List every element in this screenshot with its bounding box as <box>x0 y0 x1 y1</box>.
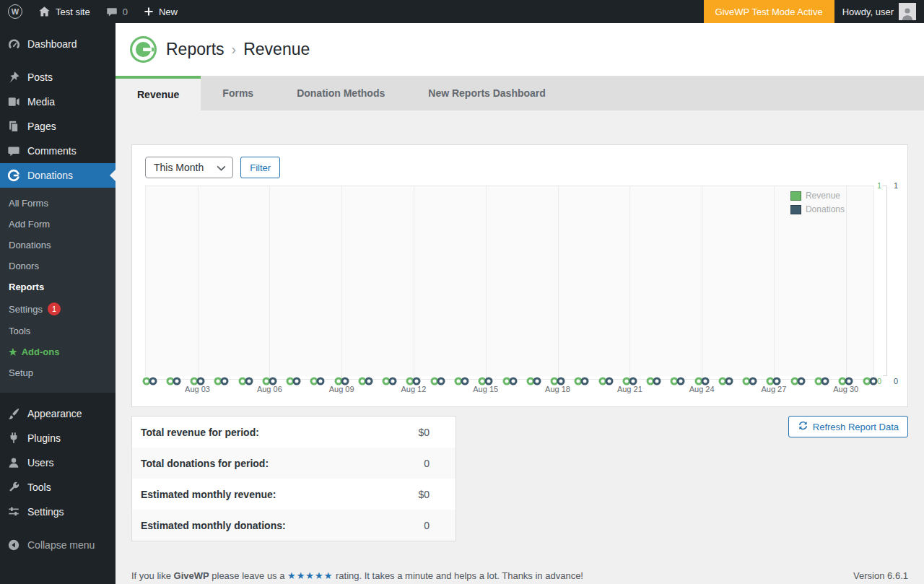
data-point-donations <box>365 378 372 385</box>
period-select[interactable]: This Month <box>145 157 233 178</box>
report-tabs: RevenueFormsDonation MethodsNew Reports … <box>116 76 924 110</box>
submenu-item-label: Add-ons <box>22 347 60 357</box>
submenu-item-all-forms[interactable]: All Forms <box>0 193 116 214</box>
sidebar-item-label: Plugins <box>27 432 61 444</box>
sidebar-separator <box>0 393 116 401</box>
revenue-chart: RevenueDonations Aug 03Aug 06Aug 09Aug 1… <box>145 186 899 401</box>
submenu-item-label: Donors <box>9 261 39 271</box>
wordpress-menu-button[interactable]: W <box>0 0 30 23</box>
sidebar-separator <box>0 56 116 65</box>
legend-label: Revenue <box>806 191 840 201</box>
submenu-item-label: All Forms <box>9 198 48 209</box>
summary-label: Total donations for period: <box>141 458 269 469</box>
data-point-donations <box>197 378 205 385</box>
data-point-donations <box>629 378 637 385</box>
chart-gridline <box>846 186 847 376</box>
data-point-donations <box>773 378 781 385</box>
x-axis-label: Aug 06 <box>257 385 282 393</box>
howdy-text: Howdy, user <box>842 6 894 17</box>
summary-value: 0 <box>424 520 430 531</box>
sidebar-item-plugins[interactable]: Plugins <box>0 426 116 450</box>
legend-swatch <box>790 205 801 214</box>
data-point-donations <box>461 378 468 385</box>
x-axis-label: Aug 24 <box>689 385 715 393</box>
x-axis-label: Aug 03 <box>185 385 210 393</box>
right-axis-max-label: 1 <box>894 180 898 191</box>
refresh-icon <box>798 420 808 433</box>
sidebar-item-label: Tools <box>27 481 51 493</box>
submenu-item-reports[interactable]: Reports <box>0 276 116 297</box>
rating-stars-link[interactable]: ★★★★★ <box>287 570 333 581</box>
sidebar-item-comments[interactable]: Comments <box>0 139 116 163</box>
sidebar-top-gap <box>0 23 116 32</box>
sidebar-separator <box>0 524 116 533</box>
tab-donation-methods[interactable]: Donation Methods <box>275 76 406 110</box>
chart-gridline <box>269 186 270 376</box>
data-point-donations <box>701 378 709 385</box>
admin-bar: W Test site 0 New GiveWP Test Mode Activ… <box>0 0 924 23</box>
data-point-donations <box>821 378 829 385</box>
comments-shortcut[interactable]: 0 <box>98 0 136 23</box>
sidebar-item-label: Posts <box>27 71 53 83</box>
submenu-item-donors[interactable]: Donors <box>0 256 116 276</box>
sidebar-item-media[interactable]: Media <box>0 90 116 114</box>
filter-row: This Month Filter <box>145 157 899 178</box>
submenu-item-setup[interactable]: Setup <box>0 362 116 383</box>
tab-revenue[interactable]: Revenue <box>116 76 201 110</box>
data-point-donations <box>845 378 853 385</box>
submenu-item-settings[interactable]: Settings1 <box>0 297 116 321</box>
pages-icon <box>6 119 21 134</box>
sidebar-menu: DashboardPostsMediaPagesCommentsDonation… <box>0 32 116 557</box>
chart-gridline <box>198 186 199 376</box>
comment-bubble-icon <box>106 6 118 17</box>
right-axis-line <box>886 186 887 376</box>
chart-gridline <box>486 186 487 376</box>
refresh-report-button[interactable]: Refresh Report Data <box>788 416 908 437</box>
data-point-donations <box>509 378 517 385</box>
home-icon <box>38 6 51 17</box>
sidebar-item-appearance[interactable]: Appearance <box>0 401 116 426</box>
sidebar-item-donations[interactable]: Donations <box>0 163 116 188</box>
tab-new-reports-dashboard[interactable]: New Reports Dashboard <box>406 76 567 110</box>
data-point-donations <box>869 378 877 385</box>
site-link[interactable]: Test site <box>30 0 98 23</box>
version-text: Version 6.6.1 <box>853 570 908 581</box>
sidebar-item-collapse[interactable]: Collapse menu <box>0 533 116 557</box>
new-content-button[interactable]: New <box>136 0 186 23</box>
tools-icon <box>6 480 21 494</box>
legend-item-donations: Donations <box>790 204 845 214</box>
submenu-item-add-ons[interactable]: ★Add-ons <box>0 341 116 362</box>
breadcrumb-revenue: Revenue <box>243 40 310 59</box>
summary-row-estimated-monthly-donations: Estimated monthly donations:0 <box>132 510 456 541</box>
submenu-item-tools[interactable]: Tools <box>0 321 116 341</box>
my-account-menu[interactable]: Howdy, user <box>834 0 924 23</box>
submenu-item-donations[interactable]: Donations <box>0 235 116 256</box>
legend-item-revenue: Revenue <box>790 191 845 201</box>
give-test-mode-badge[interactable]: GiveWP Test Mode Active <box>704 0 834 23</box>
plugin-icon <box>6 431 21 445</box>
legend-label: Donations <box>806 204 845 214</box>
sidebar-item-posts[interactable]: Posts <box>0 65 116 90</box>
sidebar-item-users[interactable]: Users <box>0 450 116 475</box>
sidebar-item-dashboard[interactable]: Dashboard <box>0 32 116 56</box>
submenu-item-add-form[interactable]: Add Form <box>0 214 116 235</box>
data-point-donations <box>293 378 301 385</box>
sidebar-item-label: Settings <box>27 506 64 518</box>
chevron-down-icon <box>217 162 226 173</box>
sidebar-item-pages[interactable]: Pages <box>0 114 116 139</box>
summary-value: $0 <box>418 489 430 500</box>
main-content: Reports › Revenue RevenueFormsDonation M… <box>116 0 924 584</box>
tab-forms[interactable]: Forms <box>201 76 275 110</box>
summary-label: Estimated monthly donations: <box>141 520 286 531</box>
sidebar-item-tools[interactable]: Tools <box>0 475 116 500</box>
appearance-icon <box>6 406 21 421</box>
comment-icon <box>6 144 21 158</box>
x-axis-label: Aug 21 <box>617 385 642 393</box>
sidebar-item-settings[interactable]: Settings <box>0 500 116 524</box>
filter-button[interactable]: Filter <box>240 157 280 178</box>
data-point-donations <box>533 378 541 385</box>
submenu-item-label: Donations <box>9 240 51 250</box>
site-name: Test site <box>56 6 90 17</box>
data-point-donations <box>317 378 325 385</box>
star-icon: ★ <box>9 347 17 357</box>
